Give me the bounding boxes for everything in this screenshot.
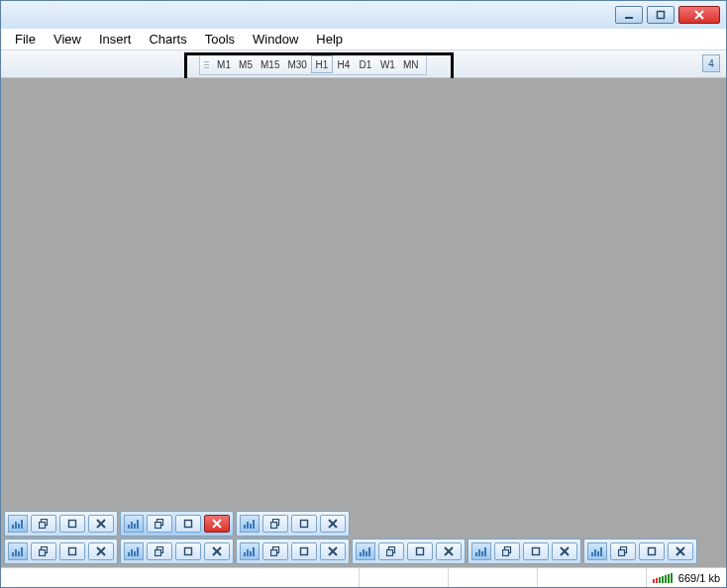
period-m15-button[interactable]: M15 <box>257 55 283 73</box>
svg-rect-34 <box>365 551 367 556</box>
mdi-restore-button[interactable] <box>31 542 56 560</box>
svg-rect-15 <box>131 549 133 556</box>
period-h1-button[interactable]: H1 <box>311 55 333 73</box>
period-m1-button[interactable]: M1 <box>213 55 235 73</box>
maximize-icon <box>656 10 666 20</box>
status-connection: 669/1 kb <box>646 568 726 587</box>
mdi-maximize-button[interactable] <box>59 542 85 560</box>
mdi-close-button[interactable] <box>204 515 230 533</box>
period-d1-button[interactable]: D1 <box>355 55 376 73</box>
mdi-maximize-button[interactable] <box>291 542 317 560</box>
svg-rect-82 <box>271 523 277 529</box>
period-m5-button[interactable]: M5 <box>235 55 257 73</box>
mdi-restore-button[interactable] <box>31 515 56 533</box>
mdi-close-button[interactable] <box>204 542 230 560</box>
window-maximize-button[interactable] <box>647 6 675 24</box>
mdi-restore-button[interactable] <box>262 542 288 560</box>
svg-rect-50 <box>591 552 593 556</box>
mdi-restore-button[interactable] <box>147 515 172 533</box>
status-cell <box>1 568 359 587</box>
mdi-minimized-window[interactable] <box>4 511 118 537</box>
svg-rect-59 <box>12 525 14 529</box>
mdi-minimized-window[interactable] <box>583 539 697 564</box>
svg-rect-70 <box>134 524 136 529</box>
mdi-minimized-window[interactable] <box>467 539 581 564</box>
mdi-close-button[interactable] <box>320 542 346 560</box>
svg-rect-16 <box>134 551 136 556</box>
svg-rect-42 <box>478 549 480 556</box>
svg-rect-26 <box>253 547 255 556</box>
svg-rect-41 <box>475 552 477 556</box>
mdi-close-button[interactable] <box>320 515 346 533</box>
status-cell <box>359 568 448 587</box>
svg-rect-7 <box>18 551 20 556</box>
svg-rect-35 <box>368 547 370 556</box>
svg-rect-6 <box>15 549 17 556</box>
toolbar-side-indicator[interactable]: 4 <box>702 54 720 72</box>
mdi-maximize-button[interactable] <box>639 542 665 560</box>
mdi-minimized-window[interactable] <box>4 539 118 564</box>
period-mn-button[interactable]: MN <box>399 55 423 73</box>
period-m30-button[interactable]: M30 <box>283 55 310 73</box>
svg-rect-25 <box>250 551 252 556</box>
mdi-minimized-window[interactable] <box>120 511 234 537</box>
mdi-restore-button[interactable] <box>378 542 404 560</box>
mdi-minimized-window[interactable] <box>120 539 234 564</box>
menu-insert[interactable]: Insert <box>91 30 140 49</box>
svg-rect-32 <box>360 552 362 556</box>
window-close-button[interactable] <box>678 6 720 24</box>
mdi-minimized-window[interactable] <box>236 539 350 564</box>
svg-rect-47 <box>533 548 540 555</box>
svg-rect-56 <box>649 548 656 555</box>
close-icon <box>694 10 704 20</box>
mdi-close-button[interactable] <box>88 542 114 560</box>
toolbar-grip-icon[interactable] <box>204 55 209 73</box>
period-h4-button[interactable]: H4 <box>333 55 355 73</box>
menu-help[interactable]: Help <box>308 30 351 49</box>
svg-rect-19 <box>156 550 161 556</box>
mdi-close-button[interactable] <box>552 542 577 560</box>
mdi-restore-button[interactable] <box>147 542 172 560</box>
svg-rect-44 <box>484 547 486 556</box>
mdi-close-button[interactable] <box>436 542 462 560</box>
mdi-maximize-button[interactable] <box>59 515 85 533</box>
menu-view[interactable]: View <box>46 30 89 49</box>
svg-rect-69 <box>131 522 133 529</box>
svg-rect-61 <box>18 524 20 529</box>
mdi-restore-button[interactable] <box>494 542 520 560</box>
mdi-close-button[interactable] <box>88 515 114 533</box>
mdi-close-button[interactable] <box>668 542 693 560</box>
svg-rect-46 <box>503 550 509 556</box>
svg-rect-8 <box>21 547 23 556</box>
svg-rect-68 <box>128 525 130 529</box>
mdi-restore-button[interactable] <box>610 542 636 560</box>
svg-rect-52 <box>597 551 599 556</box>
mdi-maximize-button[interactable] <box>523 542 549 560</box>
periodicity-toolbar[interactable]: M1 M5 M15 M30 H1 H4 D1 W1 MN <box>199 53 427 75</box>
svg-rect-5 <box>12 552 14 556</box>
mdi-maximize-button[interactable] <box>175 515 201 533</box>
menu-window[interactable]: Window <box>245 30 306 49</box>
chart-icon <box>124 542 144 560</box>
menu-file[interactable]: File <box>7 30 44 49</box>
svg-rect-73 <box>156 523 161 529</box>
chart-icon <box>240 515 260 533</box>
mdi-maximize-button[interactable] <box>291 515 317 533</box>
menu-tools[interactable]: Tools <box>197 30 243 49</box>
svg-rect-62 <box>21 520 23 529</box>
svg-rect-51 <box>594 549 596 556</box>
window-minimize-button[interactable] <box>615 6 643 24</box>
mdi-minimized-zone <box>1 508 726 567</box>
svg-rect-78 <box>247 522 249 529</box>
mdi-minimized-window[interactable] <box>352 539 466 564</box>
menu-charts[interactable]: Charts <box>141 30 194 49</box>
svg-rect-38 <box>417 548 424 555</box>
chart-workspace <box>1 78 726 567</box>
mdi-restore-button[interactable] <box>262 515 288 533</box>
mdi-maximize-button[interactable] <box>175 542 201 560</box>
minimize-icon <box>624 10 634 20</box>
svg-rect-1 <box>658 12 665 19</box>
period-w1-button[interactable]: W1 <box>376 55 399 73</box>
mdi-minimized-window[interactable] <box>236 511 350 537</box>
mdi-maximize-button[interactable] <box>407 542 433 560</box>
